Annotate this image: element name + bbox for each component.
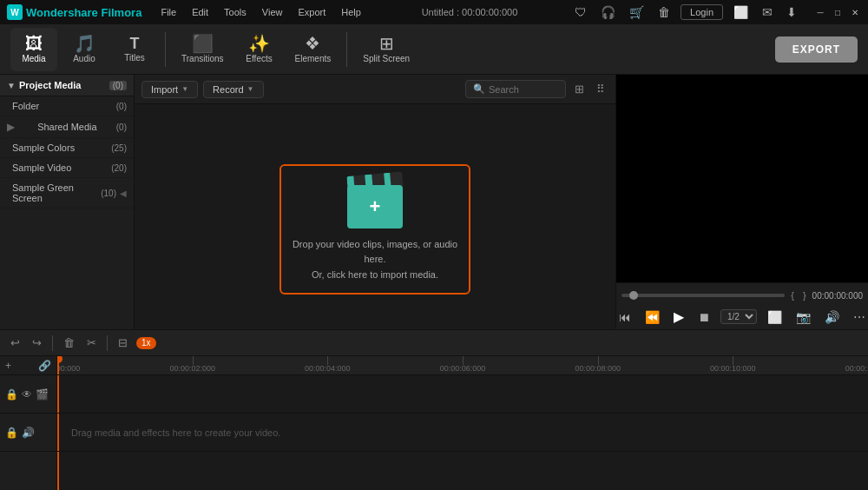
tool-elements[interactable]: ❖ Elements [286,28,340,71]
speed-select[interactable]: 1/2 [720,309,757,324]
headset-icon[interactable]: 🎧 [597,3,619,21]
undo-button[interactable]: ↩ [7,334,23,351]
redo-button[interactable]: ↪ [29,334,45,351]
shared-arrow: ▶ [7,121,15,133]
cart-icon[interactable]: 🛒 [626,3,648,21]
drop-line2: Or, click here to import media. [281,268,469,283]
shared-media-item[interactable]: ▶ Shared Media (0) [0,116,134,138]
lock-icon[interactable]: 🔒 [5,388,18,401]
tool-split-screen-label: Split Screen [363,54,410,63]
shared-media-name: Shared Media [37,122,97,132]
sample-video-item[interactable]: Sample Video (20) [0,158,134,178]
menu-help[interactable]: Help [334,5,368,19]
timeline-ruler[interactable]: 00:00:00:00000:00:02:00000:00:04:00000:0… [57,356,868,375]
close-button[interactable]: ✕ [849,6,861,18]
volume-icon[interactable]: 🔊 [821,308,843,326]
audio-eye-icon[interactable]: 🔊 [22,427,35,439]
download-icon[interactable]: ⬇ [783,3,800,21]
step-back-button[interactable]: ⏪ [641,308,663,326]
split-button[interactable]: ⊟ [115,334,131,351]
project-media-title: Project Media [19,80,106,90]
tool-effects[interactable]: ✨ Effects [236,28,283,71]
speed-indicator: 1x [136,337,156,349]
menu-export[interactable]: Export [291,5,332,19]
grid-view-icon[interactable]: ⠿ [593,81,608,97]
ruler-label: 00:00:08:000 [575,364,621,373]
tool-titles[interactable]: T Titles [111,28,158,71]
drop-line1: Drop your video clips, images, or audio … [281,237,469,268]
more-options-icon[interactable]: ⋯ [850,308,868,326]
import-label: Import [151,84,178,95]
preview-video-area [616,75,868,282]
tool-split-screen[interactable]: ⊞ Split Screen [354,28,418,71]
login-button[interactable]: Login [681,4,723,20]
tool-effects-label: Effects [246,54,272,63]
skip-back-button[interactable]: ⏮ [615,308,635,326]
titles-icon: T [130,36,140,51]
track-area: Drag media and effects here to create yo… [57,375,868,490]
email-icon[interactable]: ✉ [759,3,776,21]
title-bar-left: W Wondershare Filmora File Edit Tools Vi… [7,4,368,20]
shared-media-count: (0) [116,122,127,132]
project-media-badge: (0) [109,81,127,90]
menu-file[interactable]: File [154,5,183,19]
app-logo-icon: W [7,4,23,20]
sample-green-screen-item[interactable]: Sample Green Screen (10) ◀ [0,178,134,209]
stop-button[interactable]: ⏹ [694,308,713,326]
collapse-arrow: ◀ [120,189,127,198]
playhead[interactable] [57,356,59,374]
track-labels-header: + 🔗 [0,356,56,375]
media-toolbar: Import ▼ Record ▼ 🔍 ⊞ ⠿ [135,75,615,104]
folder-item[interactable]: Folder (0) [0,96,134,116]
drop-zone[interactable]: + Drop your video clips, images, or audi… [279,164,470,295]
sample-colors-item[interactable]: Sample Colors (25) [0,138,134,158]
drop-zone-text: Drop your video clips, images, or audio … [281,237,469,283]
export-button[interactable]: EXPORT [775,36,858,63]
delete-button[interactable]: 🗑 [60,334,78,351]
link-tracks-button[interactable]: 🔗 [38,360,51,372]
menu-edit[interactable]: Edit [185,5,215,19]
trash-icon[interactable]: 🗑 [654,3,674,21]
preview-scrubber[interactable] [621,294,785,297]
add-track-button[interactable]: + [5,360,11,372]
tool-media[interactable]: 🖼 Media [10,28,57,71]
menu-tools[interactable]: Tools [217,5,253,19]
project-media-header[interactable]: ▼ Project Media (0) [0,75,134,96]
drop-area[interactable]: + Drop your video clips, images, or audi… [135,104,615,354]
record-button[interactable]: Record ▼ [203,81,263,98]
eye-icon[interactable]: 👁 [22,388,32,401]
maximize-button[interactable]: □ [832,6,844,18]
fullscreen-icon[interactable]: ⬜ [730,3,752,21]
filter-icon[interactable]: ⊞ [571,81,588,97]
play-button[interactable]: ▶ [670,307,687,327]
tool-audio[interactable]: 🎵 Audio [61,28,108,71]
sample-colors-count: (25) [111,143,127,153]
import-button[interactable]: Import ▼ [141,81,198,98]
bracket-left[interactable]: { [788,290,797,301]
folder-count: (0) [116,102,127,111]
video-track-label: 🔒 👁 🎬 [0,375,56,414]
search-box[interactable]: 🔍 [465,80,566,98]
bracket-right[interactable]: } [800,290,809,301]
tool-audio-label: Audio [73,54,95,63]
audio-icon: 🎵 [74,35,95,52]
toolbar-divider-2 [346,32,347,67]
app-name: Wondershare Filmora [26,6,141,19]
scrubber-handle[interactable] [629,291,638,300]
preview-time: 00:00:00:000 [812,291,863,301]
search-input[interactable] [489,84,558,95]
fullscreen-button[interactable]: ⬜ [764,308,786,326]
tool-media-label: Media [22,54,45,63]
elements-icon: ❖ [305,35,320,52]
track-labels: + 🔗 🔒 👁 🎬 🔒 🔊 [0,356,57,490]
timeline-toolbar: ↩ ↪ 🗑 ✂ ⊟ 1x [0,330,868,356]
menu-view[interactable]: View [255,5,290,19]
window-title: Untitled : 00:00:00:000 [422,7,518,17]
tool-transitions[interactable]: ⬛ Transitions [173,28,233,71]
audio-lock-icon[interactable]: 🔒 [5,427,18,439]
scissors-button[interactable]: ✂ [83,334,100,351]
snapshot-button[interactable]: 📷 [792,308,814,326]
minimize-button[interactable]: ─ [814,6,826,18]
shield-icon[interactable]: 🛡 [571,3,590,21]
video-track-lane [57,375,868,414]
